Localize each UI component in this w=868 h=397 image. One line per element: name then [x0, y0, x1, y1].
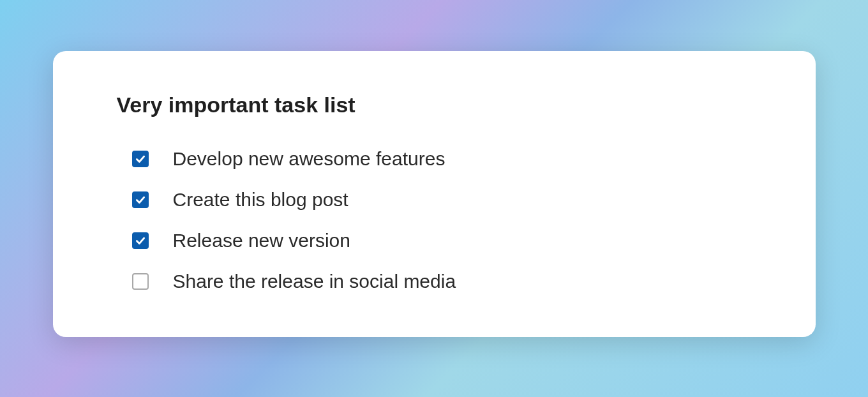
- task-label: Develop new awesome features: [173, 148, 445, 170]
- task-label: Share the release in social media: [173, 271, 456, 292]
- checkbox-checked-icon[interactable]: [132, 232, 149, 249]
- checkbox-checked-icon[interactable]: [132, 191, 149, 208]
- task-list: Develop new awesome features Create this…: [117, 148, 752, 292]
- task-item: Develop new awesome features: [132, 148, 752, 170]
- checkbox-checked-icon[interactable]: [132, 151, 149, 167]
- checkbox-unchecked-icon[interactable]: [132, 273, 149, 290]
- task-item: Share the release in social media: [132, 271, 752, 292]
- task-label: Release new version: [173, 230, 350, 251]
- task-card: Very important task list Develop new awe…: [53, 51, 816, 337]
- task-item: Create this blog post: [132, 189, 752, 211]
- card-title: Very important task list: [117, 93, 752, 117]
- task-item: Release new version: [132, 230, 752, 251]
- task-label: Create this blog post: [173, 189, 348, 211]
